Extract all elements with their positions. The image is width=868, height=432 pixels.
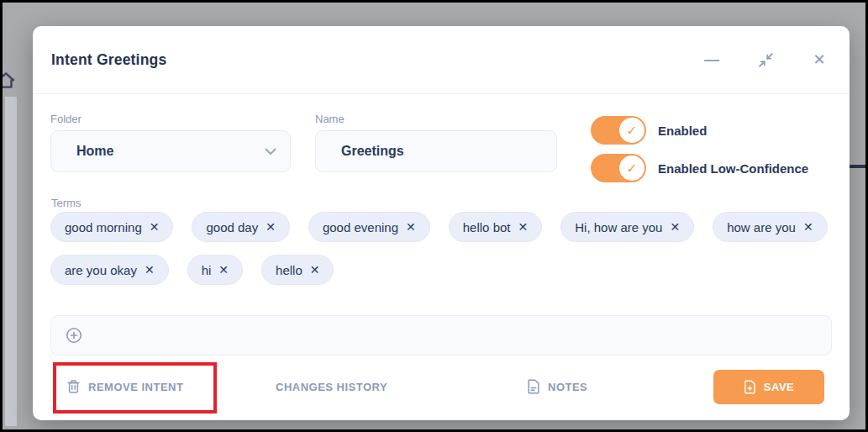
term-chip: hello✕ xyxy=(261,255,334,285)
add-term-input[interactable] xyxy=(50,315,832,356)
term-chip-label: hello xyxy=(276,263,302,277)
changes-history-label: CHANGES HISTORY xyxy=(276,381,387,393)
term-chip-label: are you okay xyxy=(65,263,137,277)
term-chip: good evening✕ xyxy=(308,212,430,242)
terms-chip-list: good morning✕good day✕good evening✕hello… xyxy=(50,212,832,285)
remove-term-icon[interactable]: ✕ xyxy=(145,264,155,276)
chevron-down-icon xyxy=(265,148,276,155)
remove-term-icon[interactable]: ✕ xyxy=(670,221,680,233)
term-chip: good morning✕ xyxy=(50,212,173,242)
save-button[interactable]: SAVE xyxy=(713,370,824,404)
background-strip xyxy=(5,97,17,426)
term-chip-label: good evening xyxy=(323,220,398,234)
term-chip: how are you✕ xyxy=(713,212,827,242)
folder-label: Folder xyxy=(50,113,291,125)
folder-field-group: Folder Home xyxy=(50,113,291,172)
name-field-group: Name Greetings xyxy=(315,113,557,172)
terms-label: Terms xyxy=(51,197,81,209)
document-icon xyxy=(527,379,540,394)
remove-intent-label: REMOVE INTENT xyxy=(88,381,183,393)
low-confidence-toggle-row: ✓ Enabled Low-Confidence xyxy=(591,154,808,182)
screenshot-canvas: Intent Greetings — ✕ Folder Home xyxy=(0,0,868,432)
folder-select[interactable]: Home xyxy=(50,130,291,172)
toggle-group: ✓ Enabled ✓ Enabled Low-Confidence xyxy=(591,116,808,192)
header-divider xyxy=(33,93,850,94)
notes-label: NOTES xyxy=(548,381,587,393)
name-label: Name xyxy=(315,113,557,125)
name-input[interactable]: Greetings xyxy=(315,130,557,172)
remove-term-icon[interactable]: ✕ xyxy=(803,221,813,233)
term-chip-label: good day xyxy=(206,220,258,234)
collapse-icon[interactable] xyxy=(757,51,774,68)
toggle-check-icon: ✓ xyxy=(619,118,644,143)
changes-history-button[interactable]: CHANGES HISTORY xyxy=(276,377,387,397)
remove-term-icon[interactable]: ✕ xyxy=(406,221,416,233)
name-value: Greetings xyxy=(341,144,404,159)
term-chip: hello bot✕ xyxy=(449,212,542,242)
term-chip: good day✕ xyxy=(192,212,289,242)
home-icon xyxy=(0,70,17,92)
remove-term-icon[interactable]: ✕ xyxy=(310,264,320,276)
dialog-title: Intent Greetings xyxy=(51,51,166,69)
low-confidence-toggle-label: Enabled Low-Confidence xyxy=(658,161,808,176)
minimize-icon[interactable]: — xyxy=(703,51,720,68)
term-chip-label: how are you xyxy=(727,220,796,234)
term-chip-label: hi xyxy=(202,263,212,277)
trash-icon xyxy=(66,379,81,394)
term-chip-label: hello bot xyxy=(463,220,511,234)
dialog-header: Intent Greetings — ✕ xyxy=(51,26,828,93)
remove-term-icon[interactable]: ✕ xyxy=(150,221,160,233)
enabled-toggle[interactable]: ✓ xyxy=(591,116,646,145)
term-chip: are you okay✕ xyxy=(50,255,169,285)
term-chip: hi✕ xyxy=(187,255,243,285)
folder-value: Home xyxy=(76,144,113,159)
term-chip-label: good morning xyxy=(65,220,142,234)
enabled-toggle-row: ✓ Enabled xyxy=(591,116,808,145)
window-controls: — ✕ xyxy=(703,51,828,68)
enabled-toggle-label: Enabled xyxy=(658,124,707,138)
circle-plus-icon[interactable] xyxy=(65,326,83,345)
toggle-check-icon: ✓ xyxy=(619,155,644,181)
term-chip-label: Hi, how are you xyxy=(575,220,662,234)
intent-dialog: Intent Greetings — ✕ Folder Home xyxy=(33,26,850,420)
notes-button[interactable]: NOTES xyxy=(527,377,587,397)
term-chip: Hi, how are you✕ xyxy=(560,212,694,242)
remove-term-icon[interactable]: ✕ xyxy=(218,264,229,276)
remove-term-icon[interactable]: ✕ xyxy=(518,221,528,233)
document-plus-icon xyxy=(744,380,756,394)
low-confidence-toggle[interactable]: ✓ xyxy=(591,154,646,182)
remove-intent-button[interactable]: REMOVE INTENT xyxy=(66,377,183,397)
save-label: SAVE xyxy=(764,381,794,393)
remove-term-icon[interactable]: ✕ xyxy=(266,221,276,233)
close-icon[interactable]: ✕ xyxy=(811,51,828,68)
